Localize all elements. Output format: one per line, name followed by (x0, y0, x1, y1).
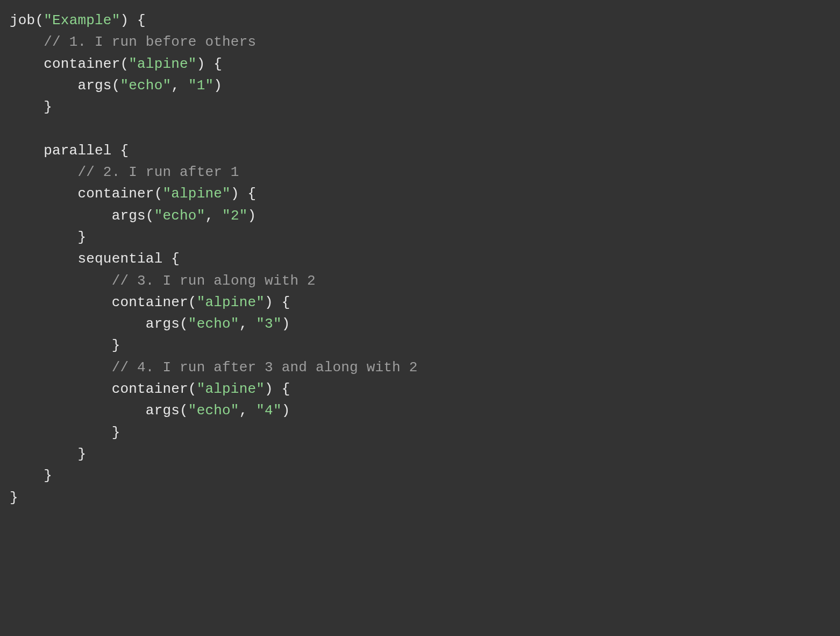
code-token: container( (10, 294, 197, 310)
code-token: "echo" (120, 77, 171, 94)
code-token: ) (213, 77, 222, 94)
code-token: } (10, 99, 52, 115)
code-token: args( (10, 316, 188, 332)
code-token: container( (10, 186, 162, 202)
code-token: container( (10, 56, 129, 72)
code-token: } (10, 229, 86, 245)
code-token: "2" (222, 208, 247, 224)
code-token: args( (10, 208, 154, 224)
code-token: "4" (256, 402, 281, 419)
code-token: ) (248, 208, 257, 224)
code-token: } (10, 425, 120, 441)
code-token: "1" (188, 77, 213, 94)
code-token: // 2. I run after 1 (77, 164, 239, 180)
code-token: } (10, 446, 86, 462)
code-token (10, 359, 112, 376)
code-token: // 4. I run after 3 and along with 2 (112, 359, 418, 376)
code-token (10, 34, 44, 50)
code-token: ) { (265, 381, 290, 397)
code-token: ) { (120, 12, 145, 29)
code-token: "Example" (44, 12, 120, 29)
code-block[interactable]: job("Example") { // 1. I run before othe… (0, 0, 840, 518)
code-token: "echo" (188, 402, 239, 419)
code-token: "echo" (188, 316, 239, 332)
code-token: ) { (265, 294, 290, 310)
code-token: ) { (197, 56, 222, 72)
code-token: ) { (231, 186, 256, 202)
code-token: // 1. I run before others (44, 34, 256, 50)
code-token: } (10, 468, 52, 484)
code-token (10, 164, 77, 180)
code-token: args( (10, 77, 120, 94)
code-token: , (205, 208, 222, 224)
code-token: "alpine" (162, 186, 230, 202)
code-token: args( (10, 402, 188, 419)
code-token: "alpine" (197, 381, 265, 397)
code-token: , (239, 316, 257, 332)
code-token (10, 273, 112, 289)
code-token: , (171, 77, 188, 94)
code-token: ) (282, 402, 290, 419)
code-token: , (239, 402, 257, 419)
code-token: parallel { (10, 143, 129, 159)
code-token: sequential { (10, 251, 180, 267)
code-token: job( (10, 12, 44, 29)
code-token: container( (10, 381, 197, 397)
code-token: "3" (256, 316, 281, 332)
code-token: "echo" (154, 208, 205, 224)
code-token: "alpine" (197, 294, 265, 310)
code-token: "alpine" (129, 56, 196, 72)
code-token: // 3. I run along with 2 (112, 273, 316, 289)
code-token: } (10, 337, 120, 354)
code-token: } (10, 490, 18, 506)
code-token: ) (282, 316, 290, 332)
